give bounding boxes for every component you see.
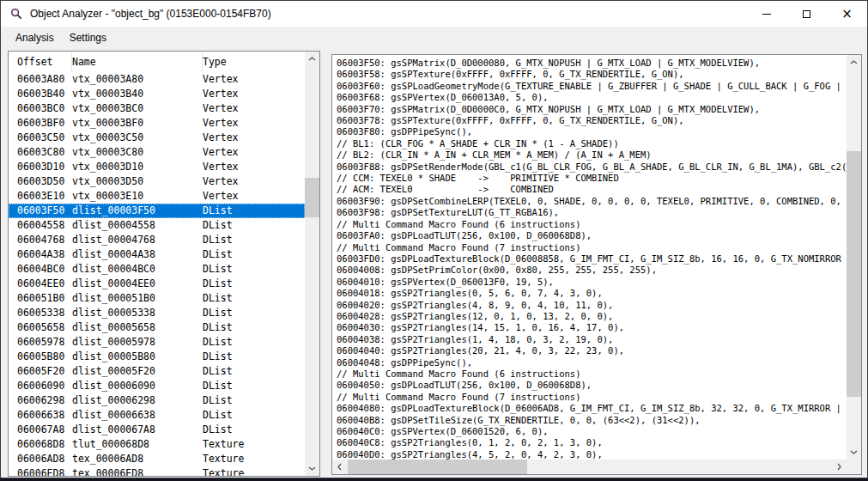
row-name: dlist_00005F20 (72, 364, 203, 379)
row-offset: 06006AD8 (17, 452, 72, 466)
row-name: dlist_00004768 (72, 233, 203, 247)
row-type: DList (203, 247, 305, 262)
row-type: DList (203, 306, 305, 320)
row-type: Vertex (203, 174, 305, 189)
code-line: 06003F70: gsSPMatrix(D_0D0000C0, G_MTX_N… (337, 104, 847, 115)
column-header-type[interactable]: Type (203, 52, 305, 72)
code-line: 06003F80: gsDPPipeSync(), (337, 126, 847, 137)
titlebar[interactable]: Object Analyzer - "object_bg" (0153E000-… (1, 1, 867, 27)
window-title: Object Analyzer - "object_bg" (0153E000-… (30, 8, 271, 20)
close-button[interactable]: × (827, 1, 867, 27)
row-type: DList (203, 393, 305, 408)
column-header-name[interactable]: Name (72, 52, 203, 72)
row-type: Texture (203, 466, 305, 476)
row-offset: 06004A38 (17, 247, 72, 262)
scroll-down-button[interactable] (305, 461, 319, 476)
code-line: 06004050: gsDPLoadTLUT(256, 0x100, D_060… (337, 380, 847, 391)
row-name: dlist_00005658 (72, 320, 203, 335)
row-type: DList (203, 379, 305, 393)
scroll-left-button[interactable] (332, 460, 347, 474)
row-type: Vertex (203, 145, 305, 160)
row-offset: 06004768 (17, 233, 72, 247)
table-row[interactable]: 06004768 dlist_00004768 DList (9, 233, 305, 247)
disasm-horizontal-scrollbar[interactable] (332, 460, 847, 474)
code-line: 06003F50: gsSPMatrix(D_0D000080, G_MTX_N… (337, 58, 847, 69)
table-row[interactable]: 06003B40 vtx_00003B40 Vertex (9, 87, 305, 101)
table-row[interactable]: 060051B0 dlist_000051B0 DList (9, 291, 305, 306)
scroll-down-button[interactable] (847, 445, 861, 460)
row-offset: 06004BC0 (17, 262, 72, 277)
table-row[interactable]: 06003D10 vtx_00003D10 Vertex (9, 160, 305, 174)
disasm-vertical-scrollbar[interactable] (847, 55, 861, 460)
row-offset: 06005F20 (17, 364, 72, 379)
row-name: dlist_00006090 (72, 379, 203, 393)
table-row[interactable]: 06005F20 dlist_00005F20 DList (9, 364, 305, 379)
row-type: DList (203, 291, 305, 306)
row-name: dlist_00005338 (72, 306, 203, 320)
row-type: Vertex (203, 72, 305, 87)
table-row[interactable]: 06003BC0 vtx_00003BC0 Vertex (9, 101, 305, 116)
table-row[interactable]: 06006298 dlist_00006298 DList (9, 393, 305, 408)
maximize-button[interactable] (786, 1, 827, 27)
row-name: vtx_00003BF0 (72, 116, 203, 131)
table-row[interactable]: 06005658 dlist_00005658 DList (9, 320, 305, 335)
code-line: 06004030: gsSP2Triangles(14, 15, 1, 0, 1… (337, 322, 847, 333)
row-type: DList (203, 233, 305, 247)
table-row[interactable]: 06003F50 dlist_00003F50 DList (9, 204, 305, 218)
minimize-button[interactable] (746, 1, 786, 27)
table-row[interactable]: 06006AD8 tex_00006AD8 Texture (9, 452, 305, 466)
table-row[interactable]: 06006090 dlist_00006090 DList (9, 379, 305, 393)
scroll-up-button[interactable] (847, 55, 861, 70)
disasm-scrollbar-thumb[interactable] (847, 151, 861, 397)
column-header-offset[interactable]: Offset (17, 52, 72, 72)
code-line: 06003F68: gsSPVertex(D_060013A0, 5, 0), (337, 92, 847, 103)
table-row[interactable]: 06005978 dlist_00005978 DList (9, 335, 305, 350)
table-row[interactable]: 060068D8 tlut_000068D8 Texture (9, 437, 305, 452)
menu-analysis[interactable]: Analysis (8, 28, 62, 47)
menu-settings[interactable]: Settings (62, 28, 114, 47)
code-line: 06003F58: gsSPTexture(0xFFFF, 0xFFFF, 0,… (337, 69, 847, 80)
row-type: DList (203, 423, 305, 437)
chevron-down-icon (308, 466, 316, 471)
table-row[interactable]: 06004EE0 dlist_00004EE0 DList (9, 277, 305, 291)
table-row[interactable]: 06005338 dlist_00005338 DList (9, 306, 305, 320)
table-row[interactable]: 06004A38 dlist_00004A38 DList (9, 247, 305, 262)
row-offset: 06003F50 (17, 204, 72, 218)
table-row[interactable]: 060067A8 dlist_000067A8 DList (9, 423, 305, 437)
table-row[interactable]: 06006ED8 tex_00006ED8 Texture (9, 466, 305, 476)
code-line: 06004040: gsSP2Triangles(20, 21, 4, 0, 3… (337, 345, 847, 356)
code-line: 06004080: gsDPLoadTextureBlock(D_06006AD… (337, 403, 847, 414)
client-area: Offset Name Type 06003A80 vtx_00003A80 V… (1, 49, 867, 478)
table-row[interactable]: 06006638 dlist_00006638 DList (9, 408, 305, 423)
list-scrollbar-thumb[interactable] (305, 178, 319, 217)
table-row[interactable]: 06003E10 vtx_00003E10 Vertex (9, 189, 305, 204)
row-type: Texture (203, 452, 305, 466)
list-header: Offset Name Type (9, 52, 305, 72)
table-row[interactable]: 06005B80 dlist_00005B80 DList (9, 350, 305, 364)
row-type: Vertex (203, 160, 305, 174)
object-list-rows: 06003A80 vtx_00003A80 Vertex 06003B40 vt… (9, 72, 305, 476)
table-row[interactable]: 06003D50 vtx_00003D50 Vertex (9, 174, 305, 189)
row-offset: 06003BC0 (17, 101, 72, 116)
list-vertical-scrollbar[interactable] (305, 52, 319, 476)
code-line: // ACM: TEXEL0 -> COMBINED (337, 184, 847, 195)
row-type: DList (203, 320, 305, 335)
code-line: 06003F98: gsDPSetTextureLUT(G_TT_RGBA16)… (337, 207, 847, 218)
row-name: vtx_00003E10 (72, 189, 203, 204)
table-row[interactable]: 06004558 dlist_00004558 DList (9, 218, 305, 233)
row-type: DList (203, 364, 305, 379)
object-list-panel: Offset Name Type 06003A80 vtx_00003A80 V… (8, 51, 320, 477)
row-name: dlist_00005978 (72, 335, 203, 350)
code-line: 06004008: gsDPSetPrimColor(0x00, 0x80, 2… (337, 265, 847, 276)
row-type: DList (203, 262, 305, 277)
table-row[interactable]: 06003C80 vtx_00003C80 Vertex (9, 145, 305, 160)
disassembly-text[interactable]: 06003F50: gsSPMatrix(D_0D000080, G_MTX_N… (332, 55, 847, 460)
table-row[interactable]: 06003C50 vtx_00003C50 Vertex (9, 131, 305, 145)
scroll-up-button[interactable] (305, 52, 319, 66)
row-offset: 060068D8 (17, 437, 72, 452)
table-row[interactable]: 06003A80 vtx_00003A80 Vertex (9, 72, 305, 87)
scroll-right-button[interactable] (832, 460, 847, 474)
table-row[interactable]: 06003BF0 vtx_00003BF0 Vertex (9, 116, 305, 131)
table-row[interactable]: 06004BC0 dlist_00004BC0 DList (9, 262, 305, 277)
disasm-hscrollbar-thumb[interactable] (348, 460, 527, 474)
